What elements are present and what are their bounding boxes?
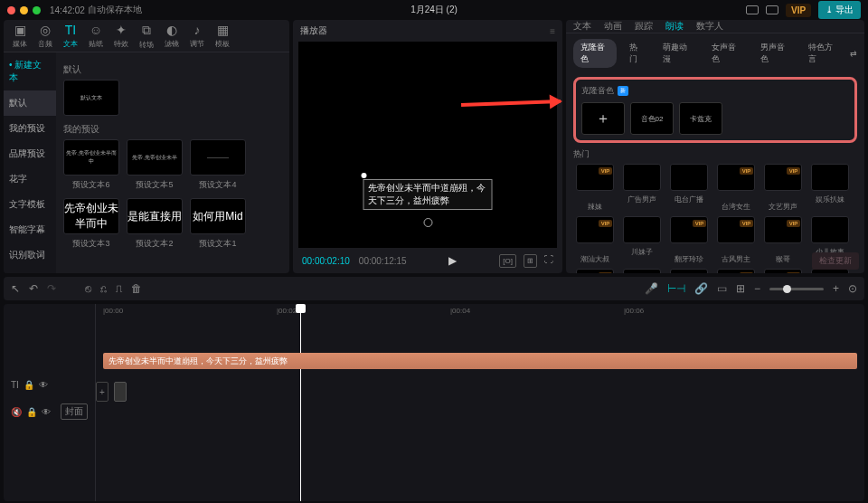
filter-more-icon[interactable]: ⇄ (850, 49, 857, 58)
split-right-icon[interactable]: ⎍ (116, 282, 122, 295)
clone-voice-item[interactable]: 卡兹克 (679, 102, 722, 135)
preset-thumb[interactable]: 默认文本 (63, 80, 119, 116)
fullscreen-button[interactable]: ⛶ (544, 254, 553, 268)
filter-chip[interactable]: 男声音色 (753, 39, 797, 68)
mic-icon[interactable]: 🎤 (645, 282, 658, 295)
voice-item[interactable]: 台湾男生 (620, 269, 663, 273)
tab-文本[interactable]: TI文本 (58, 20, 83, 52)
sidebar-item[interactable]: 我的预设 (4, 116, 56, 141)
voice-item[interactable]: VIP猴哥 (761, 216, 804, 264)
voice-item[interactable]: VIP辣妹 (573, 164, 616, 212)
minimize-dot[interactable] (20, 6, 28, 14)
zoom-slider[interactable] (769, 288, 824, 290)
voice-item[interactable]: 电台广播 (667, 164, 710, 212)
voice-item[interactable]: VIP解说小帅 (714, 269, 757, 273)
tab-转场[interactable]: ⧉转场 (134, 20, 159, 52)
inspector-tab[interactable]: 跟踪 (635, 20, 653, 33)
delete-icon[interactable]: 🗑 (131, 282, 142, 295)
tab-媒体[interactable]: ▣媒体 (7, 20, 33, 52)
eye-icon[interactable]: 👁 (39, 380, 48, 390)
layout2-icon[interactable] (766, 5, 778, 14)
sidebar-item[interactable]: 花字 (4, 166, 56, 192)
split-icon[interactable]: ⎋ (85, 282, 91, 295)
sidebar-item[interactable]: 智能字幕 (4, 217, 56, 242)
add-clone-button[interactable]: ＋ (581, 102, 625, 135)
voice-item[interactable]: VIP翻牙玲珍 (667, 216, 710, 264)
sidebar-item[interactable]: 识别歌词 (4, 242, 56, 268)
caption-overlay[interactable]: 先帝创业未半而中道崩殂，今天下三分，益州疲弊 (363, 179, 493, 210)
tab-滤镜[interactable]: ◐滤镜 (159, 20, 184, 52)
sidebar-item[interactable]: 本地字幕 (4, 268, 56, 273)
filter-chip[interactable]: 特色方言 (801, 39, 844, 68)
ratio-button[interactable]: [O] (499, 254, 516, 268)
sidebar-item[interactable]: • 新建文本 (4, 52, 56, 90)
tab-贴纸[interactable]: ☺贴纸 (83, 20, 108, 52)
lock-icon[interactable]: 🔒 (24, 380, 34, 390)
fit-icon[interactable]: ⊙ (848, 282, 857, 295)
zoom-in-icon[interactable]: + (833, 282, 839, 295)
check-update-button[interactable]: 检查更新 (812, 252, 859, 270)
pointer-tool-icon[interactable]: ↖ (11, 282, 20, 295)
inspector-tab[interactable]: 数字人 (696, 20, 723, 33)
voice-item[interactable]: VIP熊二 (761, 269, 804, 273)
voice-item[interactable]: VIP古风男主 (714, 216, 757, 264)
tab-音频[interactable]: ◎音频 (33, 20, 58, 52)
preview-icon[interactable]: ▭ (717, 282, 727, 295)
filter-chip[interactable]: 克隆音色 (573, 39, 617, 68)
filter-chip[interactable]: 女声音色 (704, 39, 748, 68)
layout-icon[interactable] (746, 5, 759, 14)
voice-item[interactable]: VIP潮汕大叔 (573, 216, 616, 264)
export-button[interactable]: ⤓ 导出 (818, 1, 861, 19)
tab-特效[interactable]: ✦特效 (108, 20, 134, 52)
inspector-tab[interactable]: 文本 (573, 20, 591, 33)
mute-icon[interactable]: 🔇 (11, 407, 22, 417)
inspector-tab[interactable]: 动画 (604, 20, 622, 33)
voice-item[interactable]: 川妹子 (620, 216, 663, 264)
tab-模板[interactable]: ▦模板 (210, 20, 235, 52)
filter-chip[interactable]: 热门 (622, 39, 651, 68)
preset-thumb[interactable]: 如何用Mid预设文本1 (190, 198, 246, 250)
preset-thumb[interactable]: 先帝,先帝创业未半而中预设文本6 (63, 139, 119, 191)
add-video-button[interactable]: + (96, 382, 108, 402)
sidebar-item[interactable]: 文字模板 (4, 192, 56, 217)
sidebar-item[interactable]: 默认 (4, 90, 56, 116)
zoom-out-icon[interactable]: − (754, 282, 760, 295)
filter-chip[interactable]: 萌趣动漫 (656, 39, 699, 68)
caption-handle-icon[interactable] (362, 173, 367, 178)
clone-voice-item[interactable]: 音色02 (630, 102, 674, 135)
undo-icon[interactable]: ↶ (29, 282, 38, 295)
play-button[interactable]: ▶ (416, 254, 491, 267)
voice-item[interactable]: VIP台湾女生 (714, 164, 757, 212)
link-icon[interactable]: 🔗 (694, 282, 708, 295)
tab-调节[interactable]: ♪调节 (184, 20, 210, 52)
voice-item[interactable]: VIP摇滚说唱 (573, 269, 616, 273)
align-icon[interactable]: ⊞ (736, 282, 745, 295)
caption-rotate-icon[interactable] (423, 218, 432, 227)
video-clip[interactable] (114, 382, 127, 402)
scale-button[interactable]: ⊞ (524, 254, 537, 268)
redo-icon[interactable]: ↷ (47, 282, 56, 295)
video-track-head[interactable]: 🔇 🔒 👁 封面 (4, 398, 95, 425)
player-viewport[interactable]: 先帝创业未半而中道崩殂，今天下三分，益州疲弊 (298, 42, 557, 248)
eye2-icon[interactable]: 👁 (42, 407, 51, 417)
preset-thumb[interactable]: 是能直接用预设文本2 (127, 198, 183, 250)
voice-item[interactable]: VIP文艺男声 (761, 164, 804, 212)
zoom-dot[interactable] (33, 6, 41, 14)
sidebar-item[interactable]: 品牌预设 (4, 141, 56, 166)
preset-thumb[interactable]: ————预设文本4 (190, 139, 246, 191)
preset-thumb[interactable]: 先帝,先帝创业未半预设文本5 (127, 139, 183, 191)
lock2-icon[interactable]: 🔒 (26, 407, 37, 417)
preset-thumb[interactable]: 先帝创业未半而中预设文本3 (63, 198, 119, 250)
voice-item[interactable]: 广告男声 (620, 164, 663, 212)
magnet-icon[interactable]: ⊢⊣ (667, 282, 685, 295)
text-clip[interactable]: 先帝创业未半而中道崩殂，今天下三分，益州疲弊 (103, 353, 857, 369)
split-left-icon[interactable]: ⎌ (100, 282, 107, 295)
voice-item[interactable]: TVB女声 (667, 269, 710, 273)
text-track-head[interactable]: TI 🔒 👁 (4, 371, 95, 398)
playhead[interactable] (300, 304, 301, 501)
time-ruler[interactable]: |00:00|00:02|00:04|00:06 (96, 304, 864, 322)
player-menu-icon[interactable]: ≡ (550, 26, 555, 36)
tracks-area[interactable]: |00:00|00:02|00:04|00:06 先帝创业未半而中道崩殂，今天下… (96, 304, 864, 501)
voice-item[interactable]: 娱乐扒妹 (808, 164, 851, 212)
cover-label[interactable]: 封面 (61, 403, 88, 420)
